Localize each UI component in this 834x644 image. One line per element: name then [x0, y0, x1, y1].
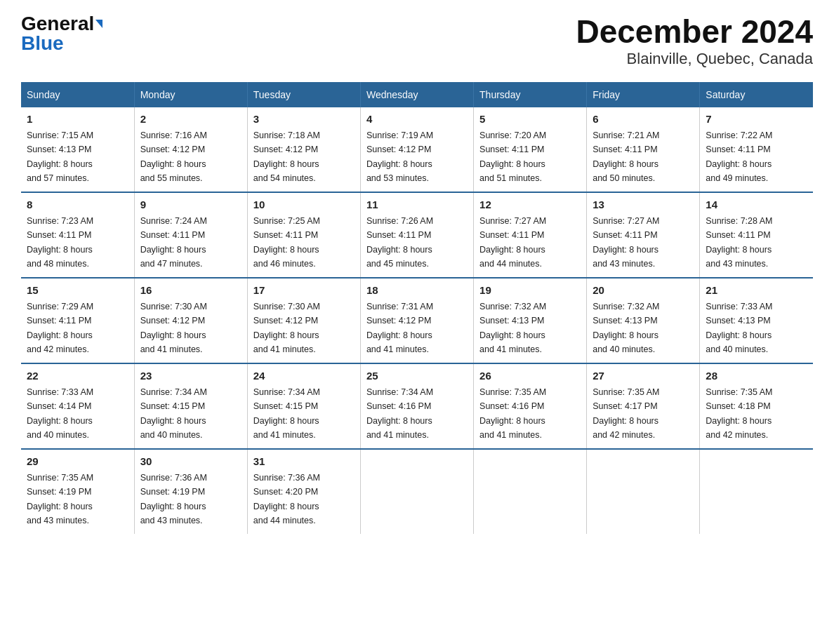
day-number: 17 [253, 283, 355, 299]
week-row-4: 22Sunrise: 7:33 AMSunset: 4:14 PMDayligh… [21, 363, 813, 449]
day-cell: 5Sunrise: 7:20 AMSunset: 4:11 PMDaylight… [474, 107, 587, 192]
day-cell: 4Sunrise: 7:19 AMSunset: 4:12 PMDaylight… [360, 107, 473, 192]
header-cell-thursday: Thursday [474, 82, 587, 107]
day-info: Sunrise: 7:25 AMSunset: 4:11 PMDaylight:… [253, 216, 320, 269]
calendar-title: December 2024 [576, 14, 813, 50]
logo-blue-text: Blue [21, 34, 64, 53]
day-number: 7 [706, 112, 807, 128]
day-info: Sunrise: 7:30 AMSunset: 4:12 PMDaylight:… [140, 302, 207, 354]
page-header: General Blue December 2024 Blainville, Q… [21, 14, 813, 68]
day-cell: 23Sunrise: 7:34 AMSunset: 4:15 PMDayligh… [134, 363, 247, 449]
day-number: 26 [479, 368, 581, 384]
day-number: 23 [140, 368, 241, 384]
day-info: Sunrise: 7:33 AMSunset: 4:14 PMDaylight:… [27, 387, 93, 440]
day-info: Sunrise: 7:27 AMSunset: 4:11 PMDaylight:… [593, 216, 659, 269]
day-cell [587, 449, 700, 534]
day-cell: 31Sunrise: 7:36 AMSunset: 4:20 PMDayligh… [247, 449, 360, 534]
day-info: Sunrise: 7:27 AMSunset: 4:11 PMDaylight:… [479, 216, 546, 269]
day-info: Sunrise: 7:32 AMSunset: 4:13 PMDaylight:… [479, 302, 546, 354]
calendar-header: SundayMondayTuesdayWednesdayThursdayFrid… [21, 82, 813, 107]
day-cell: 17Sunrise: 7:30 AMSunset: 4:12 PMDayligh… [247, 278, 360, 363]
day-info: Sunrise: 7:35 AMSunset: 4:16 PMDaylight:… [479, 387, 546, 440]
day-info: Sunrise: 7:31 AMSunset: 4:12 PMDaylight:… [366, 302, 433, 354]
calendar-body: 1Sunrise: 7:15 AMSunset: 4:13 PMDaylight… [21, 107, 813, 534]
day-info: Sunrise: 7:34 AMSunset: 4:15 PMDaylight:… [140, 387, 207, 440]
day-cell: 7Sunrise: 7:22 AMSunset: 4:11 PMDaylight… [700, 107, 813, 192]
day-number: 16 [140, 283, 241, 299]
day-info: Sunrise: 7:30 AMSunset: 4:12 PMDaylight:… [253, 302, 320, 354]
day-number: 3 [253, 112, 355, 128]
day-number: 5 [479, 112, 581, 128]
day-number: 2 [140, 112, 241, 128]
day-cell: 1Sunrise: 7:15 AMSunset: 4:13 PMDaylight… [21, 107, 134, 192]
day-info: Sunrise: 7:35 AMSunset: 4:19 PMDaylight:… [27, 473, 93, 525]
day-number: 9 [140, 197, 241, 213]
day-info: Sunrise: 7:22 AMSunset: 4:11 PMDaylight:… [706, 130, 772, 183]
day-number: 4 [366, 112, 468, 128]
day-info: Sunrise: 7:21 AMSunset: 4:11 PMDaylight:… [593, 130, 659, 183]
day-info: Sunrise: 7:34 AMSunset: 4:16 PMDaylight:… [366, 387, 433, 440]
day-number: 22 [27, 368, 128, 384]
day-number: 10 [253, 197, 355, 213]
day-cell: 21Sunrise: 7:33 AMSunset: 4:13 PMDayligh… [700, 278, 813, 363]
logo-arrow-icon [95, 20, 102, 28]
day-cell: 9Sunrise: 7:24 AMSunset: 4:11 PMDaylight… [134, 192, 247, 278]
day-number: 29 [27, 454, 128, 470]
day-number: 18 [366, 283, 468, 299]
day-cell: 6Sunrise: 7:21 AMSunset: 4:11 PMDaylight… [587, 107, 700, 192]
day-cell: 13Sunrise: 7:27 AMSunset: 4:11 PMDayligh… [587, 192, 700, 278]
day-cell: 2Sunrise: 7:16 AMSunset: 4:12 PMDaylight… [134, 107, 247, 192]
day-cell: 8Sunrise: 7:23 AMSunset: 4:11 PMDaylight… [21, 192, 134, 278]
day-number: 27 [593, 368, 694, 384]
day-number: 11 [366, 197, 468, 213]
header-row: SundayMondayTuesdayWednesdayThursdayFrid… [21, 82, 813, 107]
day-info: Sunrise: 7:35 AMSunset: 4:18 PMDaylight:… [706, 387, 772, 440]
day-cell [474, 449, 587, 534]
day-cell: 26Sunrise: 7:35 AMSunset: 4:16 PMDayligh… [474, 363, 587, 449]
day-number: 24 [253, 368, 355, 384]
day-info: Sunrise: 7:29 AMSunset: 4:11 PMDaylight:… [27, 302, 93, 354]
day-cell: 14Sunrise: 7:28 AMSunset: 4:11 PMDayligh… [700, 192, 813, 278]
day-number: 12 [479, 197, 581, 213]
header-cell-monday: Monday [134, 82, 247, 107]
day-info: Sunrise: 7:23 AMSunset: 4:11 PMDaylight:… [27, 216, 93, 269]
header-cell-saturday: Saturday [700, 82, 813, 107]
day-cell: 28Sunrise: 7:35 AMSunset: 4:18 PMDayligh… [700, 363, 813, 449]
day-cell: 20Sunrise: 7:32 AMSunset: 4:13 PMDayligh… [587, 278, 700, 363]
header-cell-wednesday: Wednesday [360, 82, 473, 107]
day-cell: 16Sunrise: 7:30 AMSunset: 4:12 PMDayligh… [134, 278, 247, 363]
header-cell-tuesday: Tuesday [247, 82, 360, 107]
day-cell: 15Sunrise: 7:29 AMSunset: 4:11 PMDayligh… [21, 278, 134, 363]
day-info: Sunrise: 7:36 AMSunset: 4:20 PMDaylight:… [253, 473, 320, 525]
day-info: Sunrise: 7:20 AMSunset: 4:11 PMDaylight:… [479, 130, 546, 183]
header-cell-friday: Friday [587, 82, 700, 107]
calendar-subtitle: Blainville, Quebec, Canada [576, 50, 813, 68]
day-cell: 11Sunrise: 7:26 AMSunset: 4:11 PMDayligh… [360, 192, 473, 278]
calendar-table: SundayMondayTuesdayWednesdayThursdayFrid… [21, 82, 813, 534]
day-cell [700, 449, 813, 534]
day-number: 6 [593, 112, 694, 128]
day-number: 31 [253, 454, 355, 470]
day-cell: 10Sunrise: 7:25 AMSunset: 4:11 PMDayligh… [247, 192, 360, 278]
day-info: Sunrise: 7:19 AMSunset: 4:12 PMDaylight:… [366, 130, 433, 183]
logo: General Blue [21, 14, 102, 53]
day-info: Sunrise: 7:16 AMSunset: 4:12 PMDaylight:… [140, 130, 207, 183]
logo-general-text: General [21, 14, 94, 34]
day-info: Sunrise: 7:28 AMSunset: 4:11 PMDaylight:… [706, 216, 772, 269]
day-cell: 30Sunrise: 7:36 AMSunset: 4:19 PMDayligh… [134, 449, 247, 534]
day-number: 30 [140, 454, 241, 470]
day-info: Sunrise: 7:15 AMSunset: 4:13 PMDaylight:… [27, 130, 93, 183]
day-number: 15 [27, 283, 128, 299]
header-cell-sunday: Sunday [21, 82, 134, 107]
day-info: Sunrise: 7:34 AMSunset: 4:15 PMDaylight:… [253, 387, 320, 440]
day-cell: 18Sunrise: 7:31 AMSunset: 4:12 PMDayligh… [360, 278, 473, 363]
day-info: Sunrise: 7:36 AMSunset: 4:19 PMDaylight:… [140, 473, 207, 525]
day-cell: 22Sunrise: 7:33 AMSunset: 4:14 PMDayligh… [21, 363, 134, 449]
day-info: Sunrise: 7:32 AMSunset: 4:13 PMDaylight:… [593, 302, 659, 354]
day-info: Sunrise: 7:26 AMSunset: 4:11 PMDaylight:… [366, 216, 433, 269]
day-number: 13 [593, 197, 694, 213]
day-cell: 29Sunrise: 7:35 AMSunset: 4:19 PMDayligh… [21, 449, 134, 534]
day-number: 8 [27, 197, 128, 213]
title-block: December 2024 Blainville, Quebec, Canada [576, 14, 813, 68]
week-row-3: 15Sunrise: 7:29 AMSunset: 4:11 PMDayligh… [21, 278, 813, 363]
